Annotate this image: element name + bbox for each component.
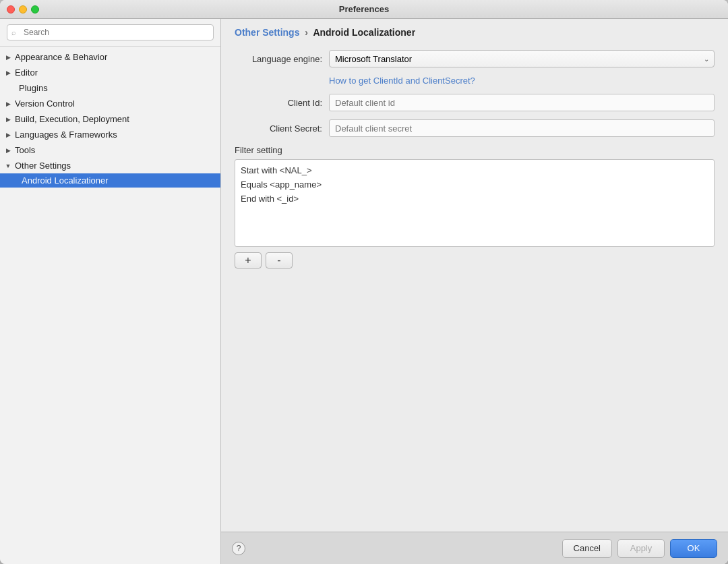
filter-line-2: Equals <app_name>: [241, 178, 708, 192]
client-secret-row: Client Secret:: [235, 119, 715, 137]
sidebar-child-label: Android Localizationer: [22, 175, 109, 186]
client-id-label: Client Id:: [235, 98, 322, 108]
breadcrumb-current: Android Localizationer: [313, 27, 415, 38]
preferences-window: Preferences ⌕ ▶ Appearance & Behavior ▶: [0, 0, 728, 564]
filter-line-1: Start with <NAL_>: [241, 164, 708, 178]
maximize-button[interactable]: [31, 5, 39, 13]
sidebar-nav: ▶ Appearance & Behavior ▶ Editor Plugins…: [0, 47, 220, 564]
search-container: ⌕: [0, 19, 220, 47]
client-id-row: Client Id:: [235, 94, 715, 111]
sidebar-item-label: Appearance & Behavior: [15, 52, 214, 62]
main-content: ⌕ ▶ Appearance & Behavior ▶ Editor Plugi…: [0, 19, 728, 564]
sidebar: ⌕ ▶ Appearance & Behavior ▶ Editor Plugi…: [0, 19, 221, 564]
sidebar-item-build[interactable]: ▶ Build, Execution, Deployment: [0, 111, 220, 127]
sidebar-item-label: Tools: [15, 145, 214, 155]
apply-button[interactable]: Apply: [617, 539, 665, 558]
arrow-icon: ▶: [4, 69, 12, 77]
sidebar-item-label: Version Control: [15, 98, 214, 109]
breadcrumb-separator: ›: [305, 27, 308, 38]
sidebar-item-tools[interactable]: ▶ Tools: [0, 142, 220, 158]
sidebar-item-label: Other Settings: [15, 161, 214, 171]
sidebar-item-version-control[interactable]: ▶ Version Control: [0, 96, 220, 111]
arrow-icon: ▶: [4, 100, 12, 108]
breadcrumb: Other Settings › Android Localizationer: [221, 19, 728, 43]
sidebar-item-label: Languages & Frameworks: [15, 130, 214, 140]
sidebar-item-label: Build, Execution, Deployment: [15, 114, 214, 124]
arrow-icon: ▶: [4, 131, 12, 139]
client-link-row: How to get ClientId and ClientSecret?: [235, 76, 715, 86]
language-engine-label: Language engine:: [235, 54, 322, 64]
sidebar-item-other-settings[interactable]: ▼ Other Settings: [0, 158, 220, 173]
breadcrumb-parent[interactable]: Other Settings: [235, 27, 299, 38]
search-input[interactable]: [7, 24, 214, 40]
language-engine-control: Microsoft Translator Google Translate De…: [329, 50, 715, 67]
client-id-input[interactable]: [329, 94, 715, 111]
bottom-right: Cancel Apply OK: [562, 539, 717, 558]
minimize-button[interactable]: [19, 5, 27, 13]
bottom-left: ?: [232, 542, 245, 555]
arrow-icon: ▶: [4, 115, 12, 123]
filter-section-label: Filter setting: [235, 145, 715, 155]
right-panel: Other Settings › Android Localizationer …: [221, 19, 728, 564]
arrow-icon: ▶: [4, 53, 12, 61]
cancel-button[interactable]: Cancel: [562, 539, 612, 558]
language-engine-row: Language engine: Microsoft Translator Go…: [235, 50, 715, 67]
sidebar-item-appearance[interactable]: ▶ Appearance & Behavior: [0, 49, 220, 65]
ok-button[interactable]: OK: [670, 539, 717, 558]
filter-textarea-wrap: Start with <NAL_> Equals <app_name> End …: [235, 159, 715, 247]
filter-content-display[interactable]: Start with <NAL_> Equals <app_name> End …: [235, 159, 715, 247]
language-engine-select[interactable]: Microsoft Translator Google Translate De…: [329, 50, 715, 67]
client-secret-label: Client Secret:: [235, 123, 322, 134]
client-link[interactable]: How to get ClientId and ClientSecret?: [329, 76, 475, 86]
settings-content: Language engine: Microsoft Translator Go…: [221, 43, 728, 532]
client-id-control: [329, 94, 715, 111]
client-secret-control: [329, 119, 715, 137]
close-button[interactable]: [7, 5, 15, 13]
add-filter-button[interactable]: +: [235, 252, 262, 269]
filter-line-3: End with <_id>: [241, 192, 708, 206]
bottom-bar: ? Cancel Apply OK: [221, 532, 728, 564]
sidebar-item-label: Plugins: [19, 83, 214, 93]
sidebar-item-editor[interactable]: ▶ Editor: [0, 65, 220, 80]
search-icon: ⌕: [11, 28, 16, 36]
sidebar-item-label: Editor: [15, 67, 214, 78]
sidebar-item-languages[interactable]: ▶ Languages & Frameworks: [0, 127, 220, 142]
client-secret-input[interactable]: [329, 119, 715, 137]
filter-section: Filter setting Start with <NAL_> Equals …: [235, 145, 715, 269]
sidebar-item-android-localizationer[interactable]: Android Localizationer: [0, 173, 220, 188]
arrow-icon: ▶: [4, 146, 12, 154]
help-button[interactable]: ?: [232, 542, 245, 555]
window-title: Preferences: [339, 4, 389, 14]
remove-filter-button[interactable]: -: [266, 252, 293, 269]
traffic-lights: [7, 5, 39, 13]
filter-buttons: + -: [235, 252, 715, 269]
sidebar-item-plugins[interactable]: Plugins: [0, 80, 220, 96]
arrow-down-icon: ▼: [4, 162, 12, 170]
search-wrapper: ⌕: [7, 24, 214, 40]
titlebar: Preferences: [0, 0, 728, 19]
